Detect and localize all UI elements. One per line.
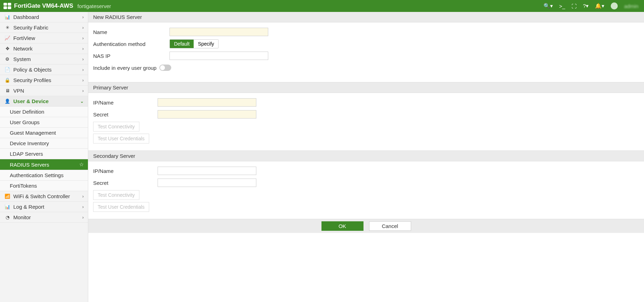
- label-secondary-secret: Secret: [93, 180, 158, 186]
- sidebar-item-label: User Groups: [10, 119, 40, 125]
- sidebar-sub-item[interactable]: FortiTokens: [0, 181, 88, 191]
- name-input[interactable]: [169, 28, 268, 36]
- sidebar-item[interactable]: ✥Network›: [0, 43, 88, 54]
- sidebar-item[interactable]: 🔒Security Profiles›: [0, 75, 88, 86]
- secondary-test-credentials-button[interactable]: Test User Credentials: [93, 202, 149, 212]
- chevron-right-icon: ›: [82, 25, 84, 30]
- nav-icon: 📊: [4, 14, 11, 20]
- help-icon[interactable]: ?▾: [583, 3, 589, 9]
- sidebar-item[interactable]: 📶WiFi & Switch Controller›: [0, 191, 88, 202]
- user-icon: 👤: [4, 99, 11, 104]
- page-title: New RADIUS Server: [88, 12, 644, 22]
- form-primary: IP/Name Secret Test Connectivity Test Us…: [88, 93, 644, 150]
- secondary-test-connectivity-button[interactable]: Test Connectivity: [93, 190, 139, 200]
- nav-icon: ⚙: [4, 56, 11, 62]
- avatar[interactable]: [611, 2, 618, 9]
- sidebar: 📊Dashboard›✳Security Fabric›📈FortiView›✥…: [0, 12, 88, 302]
- secondary-ip-input[interactable]: [158, 167, 256, 175]
- chevron-right-icon: ›: [82, 88, 84, 93]
- content: New RADIUS Server Name Authentication me…: [88, 12, 644, 302]
- nav-icon: ✳: [4, 25, 11, 30]
- sidebar-sub-item[interactable]: LDAP Servers: [0, 149, 88, 159]
- sidebar-sub-item[interactable]: User Definition: [0, 107, 88, 117]
- chevron-right-icon: ›: [82, 57, 84, 62]
- star-icon[interactable]: ☆: [79, 161, 84, 168]
- nav-icon: 📶: [4, 194, 11, 199]
- nav-icon: 🔒: [4, 78, 11, 83]
- form-secondary: IP/Name Secret Test Connectivity Test Us…: [88, 161, 644, 219]
- include-every-toggle[interactable]: [159, 65, 171, 71]
- primary-test-connectivity-button[interactable]: Test Connectivity: [93, 122, 139, 132]
- sidebar-item[interactable]: 📈FortiView›: [0, 33, 88, 43]
- chevron-right-icon: ›: [82, 204, 84, 209]
- sidebar-item-label: FortiView: [13, 35, 35, 41]
- chevron-right-icon: ›: [82, 67, 84, 72]
- auth-method-specify-button[interactable]: Specify: [194, 40, 218, 48]
- nav-icon: ◔: [4, 215, 11, 220]
- sidebar-item[interactable]: ◔Monitor›: [0, 212, 88, 223]
- primary-secret-input[interactable]: [158, 110, 256, 119]
- brand-logo-icon: [4, 3, 11, 9]
- cancel-button[interactable]: Cancel: [369, 221, 411, 231]
- sidebar-sub-item[interactable]: Device Inventory: [0, 138, 88, 149]
- sidebar-item-label: Monitor: [13, 214, 31, 220]
- notifications-icon[interactable]: 🔔▾: [595, 3, 604, 9]
- chevron-right-icon: ›: [82, 78, 84, 83]
- sidebar-item-label: Policy & Objects: [13, 67, 51, 73]
- auth-method-segment: Default Specify: [169, 39, 219, 48]
- sidebar-item-user-device[interactable]: 👤 User & Device ⌄: [0, 96, 88, 107]
- chevron-right-icon: ›: [82, 194, 84, 199]
- form-general: Name Authentication method Default Speci…: [88, 22, 644, 82]
- secondary-server-title: Secondary Server: [88, 150, 644, 161]
- nav-icon: 📊: [4, 204, 11, 209]
- chevron-right-icon: ›: [82, 15, 84, 20]
- chevron-right-icon: ›: [82, 36, 84, 41]
- label-auth-method: Authentication method: [93, 41, 169, 47]
- sidebar-item-label: WiFi & Switch Controller: [13, 193, 70, 199]
- chevron-right-icon: ›: [82, 46, 84, 51]
- sidebar-item[interactable]: 🖥VPN›: [0, 86, 88, 96]
- primary-ip-input[interactable]: [158, 98, 256, 107]
- sidebar-item-label: VPN: [13, 88, 24, 94]
- sidebar-item[interactable]: ✳Security Fabric›: [0, 22, 88, 33]
- sidebar-item[interactable]: ⚙System›: [0, 54, 88, 65]
- label-nas-ip: NAS IP: [93, 53, 169, 59]
- brand-name: FortiGate VM64-AWS: [14, 2, 73, 9]
- auth-method-default-button[interactable]: Default: [170, 40, 194, 48]
- sidebar-item[interactable]: 📊Log & Report›: [0, 202, 88, 212]
- sidebar-sub-item[interactable]: RADIUS Servers☆: [0, 159, 88, 170]
- sidebar-item-label: Security Profiles: [13, 77, 51, 83]
- sidebar-item-label: Authentication Settings: [10, 172, 63, 178]
- sidebar-sub-item[interactable]: User Groups: [0, 117, 88, 128]
- sidebar-item-label: Device Inventory: [10, 140, 49, 146]
- sidebar-item-label: System: [13, 56, 31, 62]
- nav-icon: ✥: [4, 46, 11, 51]
- secondary-secret-input[interactable]: [158, 179, 256, 187]
- label-secondary-ip: IP/Name: [93, 168, 158, 174]
- label-primary-ip: IP/Name: [93, 100, 158, 106]
- nav-icon: 📈: [4, 35, 11, 41]
- action-bar: OK Cancel: [88, 219, 644, 233]
- user-name[interactable]: admin: [624, 3, 638, 9]
- sidebar-item-label: FortiTokens: [10, 183, 37, 189]
- cli-icon[interactable]: >_: [559, 3, 565, 9]
- sidebar-sub-item[interactable]: Authentication Settings: [0, 170, 88, 181]
- sidebar-sub-item[interactable]: Guest Management: [0, 128, 88, 138]
- sidebar-item-label: Guest Management: [10, 130, 56, 136]
- sidebar-item-label: RADIUS Servers: [10, 162, 49, 168]
- fullscreen-icon[interactable]: ⛶: [572, 3, 577, 9]
- chevron-down-icon: ⌄: [80, 99, 84, 104]
- app-header: FortiGate VM64-AWS fortigateserver 🔍▾ >_…: [0, 0, 644, 12]
- nas-ip-input[interactable]: [169, 52, 268, 60]
- primary-test-credentials-button[interactable]: Test User Credentials: [93, 134, 149, 143]
- label-name: Name: [93, 29, 169, 35]
- sidebar-item-label: User & Device: [13, 98, 49, 104]
- sidebar-item[interactable]: 📊Dashboard›: [0, 12, 88, 22]
- label-primary-secret: Secret: [93, 112, 158, 118]
- ok-button[interactable]: OK: [321, 221, 363, 231]
- sidebar-item[interactable]: 📄Policy & Objects›: [0, 65, 88, 75]
- header-tools: 🔍▾ >_ ⛶ ?▾ 🔔▾ admin: [543, 2, 640, 9]
- nav-icon: 📄: [4, 67, 11, 72]
- sidebar-item-label: Security Fabric: [13, 25, 48, 31]
- search-icon[interactable]: 🔍▾: [543, 3, 553, 9]
